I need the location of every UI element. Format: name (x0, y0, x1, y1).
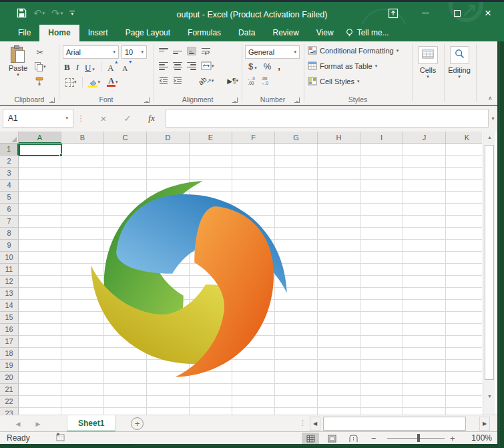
column-header-E[interactable]: E (190, 132, 232, 144)
row-header-20[interactable]: 20 (0, 372, 19, 384)
font-color-button[interactable]: A ▾ (107, 77, 118, 87)
cell-J7[interactable] (403, 216, 446, 228)
row-header-22[interactable]: 22 (0, 396, 19, 408)
cell-I18[interactable] (360, 348, 403, 360)
row-header-23[interactable]: 23 (0, 408, 19, 415)
row-header-6[interactable]: 6 (0, 204, 19, 216)
cell-F1[interactable] (232, 144, 275, 156)
conditional-formatting-button[interactable]: Conditional Formatting▾ (308, 46, 399, 55)
cell-K1[interactable] (446, 144, 482, 156)
row-header-2[interactable]: 2 (0, 156, 19, 168)
cell-H17[interactable] (318, 336, 360, 348)
orientation-button[interactable]: ab ↗ ▾ (198, 77, 214, 85)
zoom-slider-thumb[interactable] (417, 434, 420, 442)
row-header-21[interactable]: 21 (0, 384, 19, 396)
expand-formula-bar-button[interactable]: ▾ (489, 109, 497, 128)
fill-color-button[interactable]: ▾ (88, 77, 101, 87)
cell-J13[interactable] (403, 288, 446, 300)
align-left-icon[interactable] (159, 61, 168, 70)
undo-caret[interactable]: ▾ (43, 11, 45, 16)
cell-H11[interactable] (318, 264, 360, 276)
formula-bar-splitter[interactable]: ⋮ (75, 109, 87, 128)
macro-record-button[interactable] (55, 433, 65, 443)
row-header-15[interactable]: 15 (0, 312, 19, 324)
page-break-view-button[interactable] (344, 433, 362, 444)
cell-K22[interactable] (446, 396, 482, 408)
row-header-11[interactable]: 11 (0, 264, 19, 276)
borders-button[interactable]: ▾ (65, 78, 77, 87)
font-dialog-launcher[interactable] (144, 97, 150, 103)
cell-H4[interactable] (318, 180, 360, 192)
cell-I1[interactable] (360, 144, 403, 156)
accounting-caret[interactable]: ▾ (253, 65, 256, 70)
cell-J12[interactable] (403, 276, 446, 288)
cell-H14[interactable] (318, 300, 360, 312)
cell-E1[interactable] (190, 144, 232, 156)
cell-E22[interactable] (190, 396, 232, 408)
borders-caret[interactable]: ▾ (74, 79, 77, 85)
cell-H15[interactable] (318, 312, 360, 324)
column-header-A[interactable]: A (19, 132, 61, 144)
cell-A14[interactable] (19, 300, 61, 312)
cell-K21[interactable] (446, 384, 482, 396)
cell-H5[interactable] (318, 192, 360, 204)
column-header-H[interactable]: H (318, 132, 360, 144)
select-all-button[interactable] (0, 132, 19, 144)
cell-J20[interactable] (403, 372, 446, 384)
column-header-K[interactable]: K (446, 132, 482, 144)
cell-D2[interactable] (147, 156, 190, 168)
cell-J11[interactable] (403, 264, 446, 276)
save-button[interactable] (13, 5, 30, 22)
sheet-nav-right-button[interactable]: ▶ (29, 415, 47, 432)
cancel-button[interactable]: × (93, 109, 113, 128)
cell-J2[interactable] (403, 156, 446, 168)
cell-C2[interactable] (104, 156, 147, 168)
cell-I6[interactable] (360, 204, 403, 216)
tab-bar-splitter[interactable]: ⋮ (299, 419, 306, 427)
cell-K12[interactable] (446, 276, 482, 288)
cell-I16[interactable] (360, 324, 403, 336)
cell-H1[interactable] (318, 144, 360, 156)
cell-K7[interactable] (446, 216, 482, 228)
cell-A16[interactable] (19, 324, 61, 336)
cell-A17[interactable] (19, 336, 61, 348)
cell-F2[interactable] (232, 156, 275, 168)
cell-I11[interactable] (360, 264, 403, 276)
cell-I14[interactable] (360, 300, 403, 312)
bold-button[interactable]: B (64, 62, 70, 73)
cell-K3[interactable] (446, 168, 482, 180)
cell-H20[interactable] (318, 372, 360, 384)
cell-J14[interactable] (403, 300, 446, 312)
cell-H13[interactable] (318, 288, 360, 300)
cell-K15[interactable] (446, 312, 482, 324)
zoom-level[interactable]: 100% (464, 432, 492, 445)
row-header-9[interactable]: 9 (0, 240, 19, 252)
cell-A2[interactable] (19, 156, 61, 168)
cell-K5[interactable] (446, 192, 482, 204)
column-header-D[interactable]: D (147, 132, 190, 144)
row-header-14[interactable]: 14 (0, 300, 19, 312)
cell-J6[interactable] (403, 204, 446, 216)
row-header-19[interactable]: 19 (0, 360, 19, 372)
font-name-combo[interactable]: Arial▾ (63, 45, 119, 59)
maximize-button[interactable] (446, 2, 469, 24)
align-middle-icon[interactable] (173, 47, 182, 55)
cell-J9[interactable] (403, 240, 446, 252)
cell-K20[interactable] (446, 372, 482, 384)
name-box[interactable]: A1 ▾ (3, 109, 73, 128)
cell-H16[interactable] (318, 324, 360, 336)
tab-insert[interactable]: Insert (79, 25, 117, 41)
cell-G22[interactable] (275, 396, 318, 408)
cell-A12[interactable] (19, 276, 61, 288)
font-color-caret[interactable]: ▾ (115, 79, 118, 85)
new-sheet-button[interactable]: + (131, 417, 144, 430)
decrease-font-button[interactable]: A▾ (122, 61, 128, 73)
paste-button[interactable]: Paste ▾ (5, 45, 31, 77)
cell-H12[interactable] (318, 276, 360, 288)
row-header-12[interactable]: 12 (0, 276, 19, 288)
cell-D1[interactable] (147, 144, 190, 156)
cell-A21[interactable] (19, 384, 61, 396)
cell-I15[interactable] (360, 312, 403, 324)
cell-A15[interactable] (19, 312, 61, 324)
editing-button[interactable]: Editing ▾ (446, 46, 473, 79)
